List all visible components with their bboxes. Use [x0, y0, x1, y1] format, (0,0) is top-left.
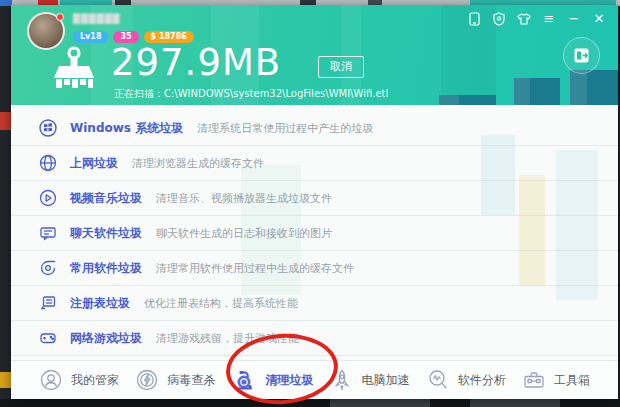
- category-row-registry[interactable]: 注册表垃圾 优化注册表结构，提高系统性能: [11, 286, 618, 321]
- close-icon[interactable]: ✕: [592, 12, 606, 26]
- category-row-web[interactable]: 上网垃圾 清理浏览器生成的缓存文件: [11, 146, 618, 181]
- notification-dot: [56, 13, 64, 21]
- windows-icon: [39, 119, 57, 137]
- desktop-background-bottom: [0, 399, 620, 407]
- category-title: 常用软件垃圾: [70, 260, 142, 277]
- exit-panel-icon: [573, 47, 590, 64]
- desktop-app-fragment: [0, 112, 11, 130]
- category-row-windows[interactable]: Windows 系统垃圾 清理系统日常使用过程中产生的垃圾: [11, 111, 618, 146]
- scan-status-path: C:\WINDOWS\system32\LogFiles\WMI\Wifi.et…: [164, 88, 388, 99]
- nav-label: 我的管家: [71, 372, 119, 389]
- titlebar-icons: ≡ − ✕: [467, 12, 606, 26]
- nav-toolbox[interactable]: 工具箱: [522, 368, 590, 392]
- scan-status: 正在扫描：C:\WINDOWS\system32\LogFiles\WMI\Wi…: [114, 87, 388, 101]
- category-title: 聊天软件垃圾: [70, 225, 142, 242]
- category-row-media[interactable]: 视频音乐垃圾 清理音乐、视频播放器生成垃圾文件: [11, 181, 618, 216]
- broom-icon: [47, 45, 101, 101]
- category-desc: 清理音乐、视频播放器生成垃圾文件: [156, 191, 332, 206]
- bottom-nav: 我的管家 病毒查杀 清理垃圾 电脑加速: [11, 360, 618, 399]
- minimize-icon[interactable]: −: [567, 12, 581, 26]
- category-title: 注册表垃圾: [70, 295, 130, 312]
- disc-icon: [39, 259, 57, 277]
- desktop-app-fragment: [330, 399, 430, 407]
- menu-icon[interactable]: ≡: [542, 12, 556, 26]
- rocket-icon: [330, 368, 354, 392]
- nav-speedup[interactable]: 电脑加速: [330, 368, 410, 392]
- nav-software-analysis[interactable]: 软件分析: [426, 368, 506, 392]
- desktop-background-left: [0, 6, 11, 400]
- nav-label: 软件分析: [458, 372, 506, 389]
- shield-icon[interactable]: [492, 12, 506, 26]
- virus-scan-icon: [135, 368, 159, 392]
- category-desc: 清理常用软件使用过程中生成的缓存文件: [156, 261, 354, 276]
- chat-icon: [39, 224, 57, 242]
- category-title: 上网垃圾: [70, 155, 118, 172]
- scan-status-label: 正在扫描：: [114, 88, 164, 99]
- category-row-games[interactable]: 网络游戏垃圾 清理游戏残留，提升游戏性能: [11, 321, 618, 356]
- butler-icon: [39, 368, 63, 392]
- category-title: 网络游戏垃圾: [70, 330, 142, 347]
- nav-antivirus[interactable]: 病毒查杀: [135, 368, 215, 392]
- category-desc: 清理浏览器生成的缓存文件: [132, 156, 264, 171]
- phone-icon[interactable]: [467, 12, 481, 26]
- app-window: ██████ Lv18 35 $ 18786 ≡ − ✕: [11, 5, 618, 399]
- nav-clean-junk[interactable]: 清理垃圾: [231, 368, 313, 392]
- nav-label: 病毒查杀: [167, 372, 215, 389]
- nav-my-manager[interactable]: 我的管家: [39, 368, 119, 392]
- junk-category-list: Windows 系统垃圾 清理系统日常使用过程中产生的垃圾 上网垃圾 清理浏览器…: [11, 105, 618, 360]
- level-badge: Lv18: [73, 31, 108, 43]
- category-desc: 清理系统日常使用过程中产生的垃圾: [197, 121, 373, 136]
- registry-icon: [39, 294, 57, 312]
- header-skyline-bar: [439, 95, 496, 105]
- gamepad-icon: [39, 329, 57, 347]
- desktop-app-fragment: [0, 372, 11, 388]
- screenshot-root: ██████ Lv18 35 $ 18786 ≡ − ✕: [0, 0, 620, 407]
- nav-label: 电脑加速: [362, 372, 410, 389]
- cancel-button[interactable]: 取消: [318, 56, 364, 78]
- category-title: Windows 系统垃圾: [70, 120, 183, 137]
- category-desc: 优化注册表结构，提高系统性能: [144, 296, 298, 311]
- desktop-app-fragment: [470, 399, 560, 407]
- toolbox-icon: [522, 368, 546, 392]
- vacuum-icon: [231, 368, 257, 392]
- username: ██████: [73, 14, 121, 24]
- scan-header: ██████ Lv18 35 $ 18786 ≡ − ✕: [11, 5, 618, 105]
- category-desc: 清理游戏残留，提升游戏性能: [156, 331, 299, 346]
- scanned-size: 297.9MB: [111, 41, 281, 84]
- category-desc: 聊天软件生成的日志和接收到的图片: [156, 226, 332, 241]
- mini-mode-button[interactable]: [563, 37, 600, 74]
- category-title: 视频音乐垃圾: [70, 190, 142, 207]
- analysis-magnifier-icon: [426, 368, 450, 392]
- skin-tshirt-icon[interactable]: [517, 12, 531, 26]
- header-skyline-bar: [570, 70, 618, 105]
- header-skyline-bar: [514, 78, 560, 105]
- globe-icon: [39, 154, 57, 172]
- nav-label: 清理垃圾: [265, 372, 313, 389]
- nav-label: 工具箱: [554, 372, 590, 389]
- category-row-chat[interactable]: 聊天软件垃圾 聊天软件生成的日志和接收到的图片: [11, 216, 618, 251]
- play-icon: [39, 189, 57, 207]
- category-row-software[interactable]: 常用软件垃圾 清理常用软件使用过程中生成的缓存文件: [11, 251, 618, 286]
